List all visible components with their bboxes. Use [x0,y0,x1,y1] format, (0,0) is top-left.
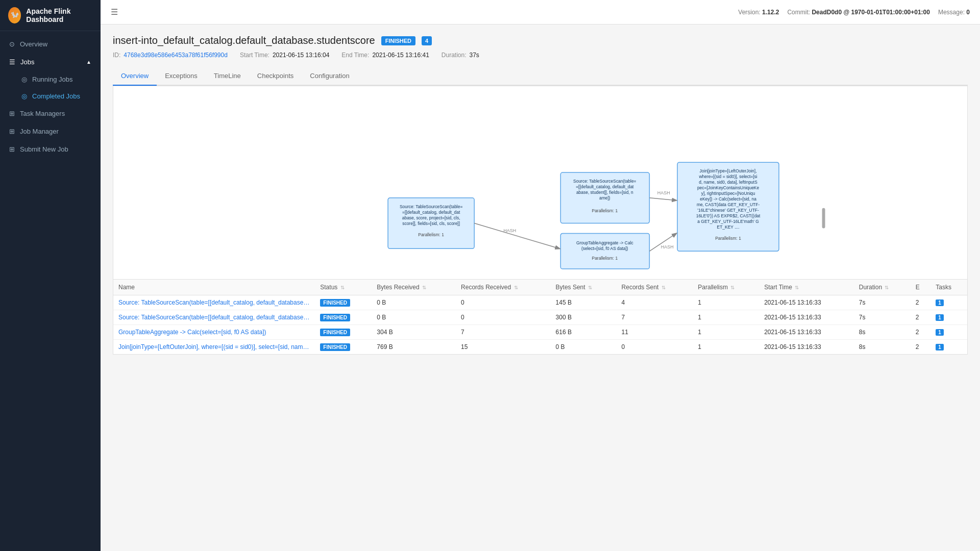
row-bytes-received: 769 B [372,340,456,355]
start-time-value: 2021-06-15 13:16:04 [273,52,329,59]
topbar-info: Version: 1.12.2 Commit: DeadD0d0 @ 1970-… [738,9,970,16]
tab-overview[interactable]: Overview [113,67,157,86]
sidebar-nav: ⊙ Overview ☰ Jobs ▲ ◎ Running Jobs ◎ Com… [0,31,101,551]
status-badge: FINISHED [320,314,350,321]
svg-text:Parallelism: 1: Parallelism: 1 [592,256,618,261]
diagram-svg: Source: TableSourceScan(table= =[[defaul… [113,86,967,279]
job-id-value: 4768e3d98e586e6453a78f61f56f990d [124,52,228,59]
sidebar-jobs-label: Jobs [20,58,34,66]
job-status-badge: FINISHED [381,36,415,45]
row-bytes-sent: 300 B [551,310,617,325]
task-badge: 1 [936,344,944,350]
job-id-item: ID: 4768e3d98e586e6453a78f61f56f990d [113,52,228,59]
svg-text:Source: TableSourceScan(table=: Source: TableSourceScan(table= [573,179,636,184]
task-badge: 1 [936,314,944,321]
row-duration: 8s [854,340,911,355]
svg-text:GroupTableAggregate -> Calc: GroupTableAggregate -> Calc [576,240,633,245]
svg-text:HASH: HASH [503,228,516,233]
sidebar-item-task-managers[interactable]: ⊞ Task Managers [0,105,101,122]
sidebar-item-overview[interactable]: ⊙ Overview [0,35,101,53]
job-duration-item: Duration: 37s [442,52,479,59]
version-label: Version: 1.12.2 [738,9,779,16]
row-name[interactable]: Join[joinType=[LeftOuterJoin], where=[(s… [113,340,315,355]
row-start-time: 2021-06-15 13:16:33 [759,340,854,355]
status-badge: FINISHED [320,343,350,351]
row-duration: 8s [854,325,911,340]
row-records-sent: 7 [617,310,693,325]
jobs-table: Name Status ⇅ Bytes Received ⇅ Records R… [113,280,967,354]
sidebar-item-job-manager[interactable]: ⊞ Job Manager [0,122,101,140]
job-title-row: insert-into_default_catalog.default_data… [113,35,968,46]
row-tasks: 1 [930,295,967,310]
job-end-time-item: End Time: 2021-06-15 13:16:41 [341,52,429,59]
duration-label: Duration: [442,52,467,59]
job-count-badge: 4 [422,36,432,45]
svg-text:Parallelism: 1: Parallelism: 1 [715,236,741,241]
row-records-sent: 4 [617,295,693,310]
row-status: FINISHED [315,340,372,355]
bytes-recv-sort-icon: ⇅ [422,285,426,290]
tab-timeline[interactable]: TimeLine [206,67,249,86]
briefcase-icon: ⊞ [9,128,15,135]
sidebar-item-submit-new-job[interactable]: ⊞ Submit New Job [0,140,101,158]
table-row: GroupTableAggregate -> Calc(select=[sid,… [113,325,967,340]
main-content: ☰ Version: 1.12.2 Commit: DeadD0d0 @ 197… [101,0,980,551]
sidebar-item-completed-jobs[interactable]: ◎ Completed Jobs [0,88,101,105]
chevron-up-icon: ▲ [86,59,91,65]
status-badge: FINISHED [320,299,350,307]
table-header-row: Name Status ⇅ Bytes Received ⇅ Records R… [113,280,967,295]
tab-checkpoints[interactable]: Checkpoints [249,67,302,86]
row-duration: 7s [854,310,911,325]
row-e: 2 [911,295,931,310]
job-id-label: ID: [113,52,120,59]
version-value: 1.12.2 [762,9,779,16]
message-info: Message: 0 [938,9,970,16]
svg-line-33 [649,198,676,201]
row-bytes-received: 304 B [372,325,456,340]
row-name[interactable]: Source: TableSourceScan(table=[[default_… [113,310,315,325]
menu-icon[interactable]: ☰ [111,7,118,17]
svg-text:Parallelism: 1: Parallelism: 1 [592,208,618,213]
row-bytes-sent: 0 B [551,340,617,355]
row-tasks: 1 [930,325,967,340]
row-bytes-sent: 145 B [551,295,617,310]
row-tasks: 1 [930,340,967,355]
row-name[interactable]: Source: TableSourceScan(table=[[default_… [113,295,315,310]
tab-configuration[interactable]: Configuration [302,67,357,86]
svg-text:HASH: HASH [657,190,670,195]
sidebar-logo: 🐿 Apache Flink Dashboard [0,0,101,31]
message-value: 0 [966,9,970,16]
row-e: 2 [911,325,931,340]
task-badge: 1 [936,299,944,306]
svg-text:d, name, sid0, data], leftInpu: d, name, sid0, data], leftInputS [699,180,757,185]
svg-text:Source: TableSourceScan(table=: Source: TableSourceScan(table= [400,204,463,209]
parallelism-sort-icon: ⇅ [730,285,734,290]
row-bytes-sent: 616 B [551,325,617,340]
sidebar-item-jobs[interactable]: ☰ Jobs ▲ [0,53,101,71]
row-records-received: 0 [456,295,550,310]
sidebar: 🐿 Apache Flink Dashboard ⊙ Overview ☰ Jo… [0,0,101,551]
row-records-sent: 11 [617,325,693,340]
row-records-received: 0 [456,310,550,325]
col-bytes-received: Bytes Received ⇅ [372,280,456,295]
overview-icon: ⊙ [9,40,15,48]
status-badge: FINISHED [320,329,350,336]
col-records-received: Records Received ⇅ [456,280,550,295]
col-duration: Duration ⇅ [854,280,911,295]
svg-text:pec=[JoinKeyContainsUniqueKe: pec=[JoinKeyContainsUniqueKe [697,185,760,190]
bytes-sent-sort-icon: ⇅ [588,285,592,290]
col-status: Status ⇅ [315,280,372,295]
svg-text:where=[(sid = sid0)], select=[: where=[(sid = sid0)], select=[si [698,174,757,179]
app-name: Apache Flink Dashboard [26,7,92,23]
row-name[interactable]: GroupTableAggregate -> Calc(select=[sid,… [113,325,315,340]
tab-exceptions[interactable]: Exceptions [157,67,206,86]
row-start-time: 2021-06-15 13:16:33 [759,310,854,325]
svg-text:ame]): ame]) [599,195,610,201]
svg-text:eKey]) -> Calc(select=[sid, na: eKey]) -> Calc(select=[sid, na [700,196,756,202]
records-sent-sort-icon: ⇅ [662,285,666,290]
duration-value: 37s [470,52,479,59]
sidebar-item-running-jobs[interactable]: ◎ Running Jobs [0,71,101,88]
completed-jobs-label: Completed Jobs [32,92,80,100]
row-bytes-received: 0 B [372,295,456,310]
table-body: Source: TableSourceScan(table=[[default_… [113,295,967,355]
